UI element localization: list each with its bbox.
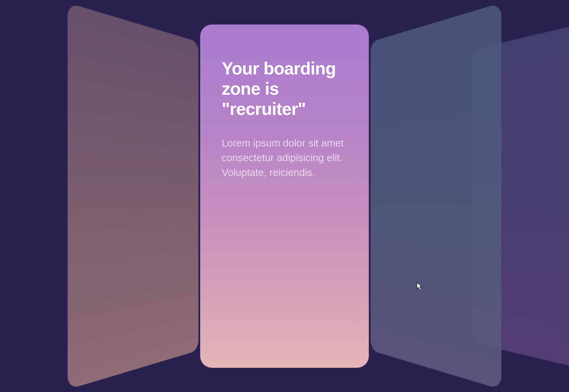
carousel-card-front[interactable]: Your boarding zone is "recruiter" Lorem …: [200, 25, 369, 368]
card-body: Lorem ipsum dolor sit amet consectetur a…: [222, 136, 344, 180]
carousel-3d-track[interactable]: Your boarding zone is "recruiter" Lorem …: [0, 0, 569, 392]
carousel-stage: Your boarding zone is "recruiter" Lorem …: [0, 0, 569, 392]
carousel-card-right-near[interactable]: [371, 2, 502, 389]
carousel-card-left[interactable]: [68, 2, 199, 389]
card-title: Your boarding zone is "recruiter": [222, 58, 347, 119]
